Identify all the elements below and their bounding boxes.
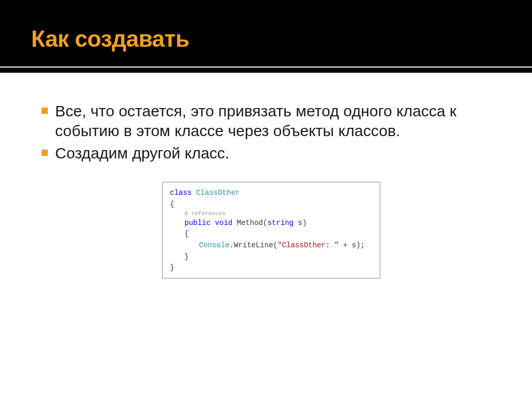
code-line: Console.WriteLine("ClassOther: " + s);	[170, 240, 373, 251]
string-literal: "ClassOther: "	[277, 241, 339, 249]
type-name: ClassOther	[196, 189, 240, 197]
bullet-text: Создадим другой класс.	[55, 144, 229, 162]
bullet-text: Все, что остается, это привязать метод о…	[55, 102, 457, 139]
code-line: class ClassOther	[170, 188, 373, 199]
code-line: public void Method(string s)	[170, 218, 373, 229]
open-paren: (	[263, 219, 267, 227]
keyword-class: class	[170, 189, 192, 197]
code-line: {	[170, 229, 373, 240]
type-console: Console	[199, 241, 230, 249]
codelens-references: 0 references	[184, 210, 373, 217]
bullet-list: Все, что остается, это привязать метод о…	[42, 101, 501, 163]
code-line: }	[170, 251, 373, 263]
close-paren: )	[302, 219, 307, 227]
list-item: Создадим другой класс.	[42, 143, 501, 163]
code-snippet: class ClassOther { 0 references public v…	[162, 182, 380, 278]
code-line: {	[170, 199, 373, 210]
slide-title: Как создавать	[31, 26, 501, 52]
list-item: Все, что остается, это привязать метод о…	[42, 101, 501, 141]
keyword-public: public	[184, 219, 210, 227]
param-type: string	[268, 219, 294, 227]
code-line: }	[170, 262, 373, 274]
square-bullet-icon	[42, 150, 48, 156]
header-divider	[0, 66, 532, 68]
slide-content: Все, что остается, это привязать метод о…	[0, 73, 532, 278]
param-name: s	[298, 219, 302, 227]
square-bullet-icon	[42, 108, 48, 114]
slide-header: Как создавать	[0, 0, 532, 73]
keyword-void: void	[215, 219, 233, 227]
method-name: Method	[237, 219, 263, 227]
concat-tail: + s);	[339, 241, 365, 249]
writeline-call: .WriteLine(	[230, 241, 277, 249]
